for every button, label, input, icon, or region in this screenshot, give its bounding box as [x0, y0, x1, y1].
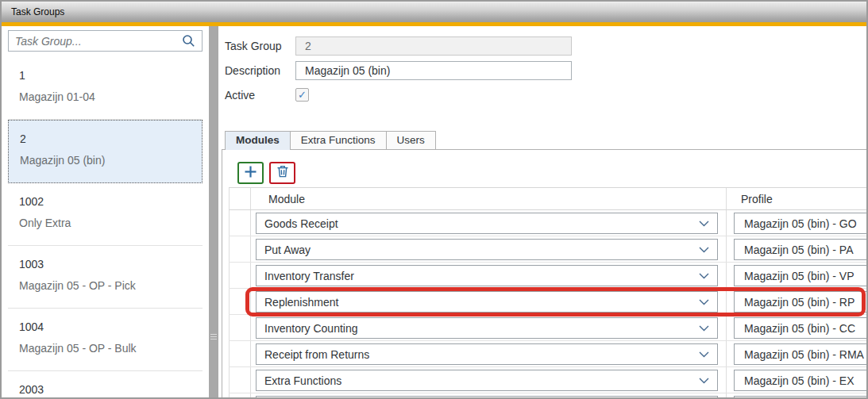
table-row: Extra Functions	[229, 367, 866, 393]
row-selector[interactable]	[229, 367, 251, 393]
profile-input[interactable]	[734, 265, 866, 286]
profile-input[interactable]	[734, 239, 866, 260]
table-row: Inventory Counting	[229, 315, 866, 341]
row-selector[interactable]	[229, 393, 251, 397]
tab-extra-functions[interactable]: Extra Functions	[290, 131, 387, 150]
active-label: Active	[225, 89, 295, 102]
chevron-down-icon	[699, 247, 709, 253]
module-select[interactable]: Goods Receipt	[256, 213, 718, 234]
table-header-row: Module Profile	[229, 187, 866, 210]
profile-input[interactable]	[734, 291, 866, 313]
chevron-down-icon	[699, 221, 709, 227]
tab-strip: Modules Extra Functions Users	[225, 131, 435, 150]
module-select[interactable]: Inventory Transfer	[256, 265, 718, 286]
module-select[interactable]: Extra Functions	[256, 370, 718, 391]
item-description: Magazijn 05 - OP - Pick	[19, 279, 203, 292]
task-group-list: 1 Magazijn 01-04 2 Magazijn 05 (bin) 100…	[8, 57, 203, 397]
item-description: Magazijn 05 - OP - Bulk	[19, 342, 203, 355]
task-group-item[interactable]: 2003	[8, 371, 203, 397]
task-group-label: Task Group	[225, 40, 295, 52]
module-select[interactable]: Put Away	[256, 239, 718, 260]
description-input[interactable]	[295, 61, 572, 80]
content-area: 1 Magazijn 01-04 2 Magazijn 05 (bin) 100…	[2, 26, 866, 397]
item-description: Magazijn 01-04	[19, 90, 203, 103]
profile-input[interactable]	[734, 343, 866, 365]
table-row: Put Away	[229, 236, 866, 263]
active-field-row: Active ✓	[225, 88, 309, 102]
window-titlebar: Task Groups	[2, 2, 866, 22]
task-group-item-selected[interactable]: 2 Magazijn 05 (bin)	[8, 120, 203, 183]
chevron-down-icon	[699, 325, 709, 332]
task-group-item[interactable]: 1003 Magazijn 05 - OP - Pick	[8, 246, 203, 309]
row-selector[interactable]	[229, 263, 251, 288]
task-group-search-box	[8, 30, 203, 52]
sidebar: 1 Magazijn 01-04 2 Magazijn 05 (bin) 100…	[2, 26, 209, 397]
task-group-item[interactable]: 1004 Magazijn 05 - OP - Bulk	[8, 309, 203, 371]
tab-users[interactable]: Users	[386, 131, 436, 150]
module-select[interactable]: Inventory Counting	[256, 317, 718, 339]
row-selector[interactable]	[229, 236, 251, 262]
item-id: 2	[20, 132, 202, 145]
task-group-field-row: Task Group	[225, 36, 572, 56]
item-description: Only Extra	[19, 217, 203, 229]
active-checkbox[interactable]: ✓	[295, 88, 309, 102]
plus-icon	[244, 165, 257, 182]
trash-icon	[276, 165, 289, 181]
item-id: 1002	[19, 195, 203, 208]
task-group-input	[295, 36, 572, 56]
module-select[interactable]: Replenishment	[256, 291, 718, 313]
task-group-item[interactable]: 1002 Only Extra	[8, 183, 203, 246]
profile-input[interactable]	[734, 370, 866, 391]
splitter-grip-icon	[210, 334, 217, 341]
main-panel: Task Group Description Active ✓ Modules …	[218, 26, 866, 397]
table-row: Receipt from Returns	[229, 341, 866, 367]
description-field-row: Description	[225, 61, 572, 80]
panel-splitter[interactable]	[209, 26, 218, 397]
chevron-down-icon	[699, 299, 709, 305]
item-id: 1	[19, 69, 203, 82]
module-select[interactable]	[256, 396, 718, 397]
item-id: 2003	[19, 383, 203, 396]
table-row: Inventory Transfer	[229, 263, 866, 289]
description-label: Description	[225, 64, 295, 77]
module-column-header: Module	[251, 188, 726, 209]
search-input[interactable]	[15, 35, 182, 48]
header-selector-cell	[229, 188, 251, 209]
chevron-down-icon	[699, 351, 709, 358]
delete-row-button[interactable]	[269, 162, 295, 184]
modules-table: Module Profile Goods Receipt	[229, 187, 866, 397]
chevron-down-icon	[699, 378, 709, 384]
item-id: 1003	[19, 258, 203, 270]
task-group-item[interactable]: 1 Magazijn 01-04	[8, 57, 203, 120]
tab-modules[interactable]: Modules	[225, 131, 291, 150]
profile-input[interactable]	[734, 396, 866, 397]
table-row: Goods Receipt	[229, 210, 866, 236]
chevron-down-icon	[699, 273, 709, 279]
table-row	[229, 393, 866, 397]
profile-input[interactable]	[734, 213, 866, 234]
row-selector[interactable]	[229, 341, 251, 366]
item-description: Magazijn 05 (bin)	[20, 154, 202, 167]
item-id: 1004	[19, 320, 203, 333]
window-title: Task Groups	[11, 6, 64, 17]
table-row-highlighted: Replenishment	[229, 289, 866, 315]
row-selector[interactable]	[229, 315, 251, 340]
row-selector[interactable]	[229, 210, 251, 236]
profile-column-header: Profile	[726, 188, 866, 209]
checkmark-icon: ✓	[298, 89, 307, 101]
profile-input[interactable]	[734, 317, 866, 339]
row-selector[interactable]	[229, 289, 251, 314]
search-icon[interactable]	[182, 34, 195, 48]
modules-tab-panel: Module Profile Goods Receipt	[222, 149, 866, 397]
add-row-button[interactable]	[237, 162, 264, 184]
task-groups-window: Task Groups 1 Magazijn 01-04 2 Magazijn …	[0, 0, 868, 399]
module-select[interactable]: Receipt from Returns	[256, 343, 718, 365]
